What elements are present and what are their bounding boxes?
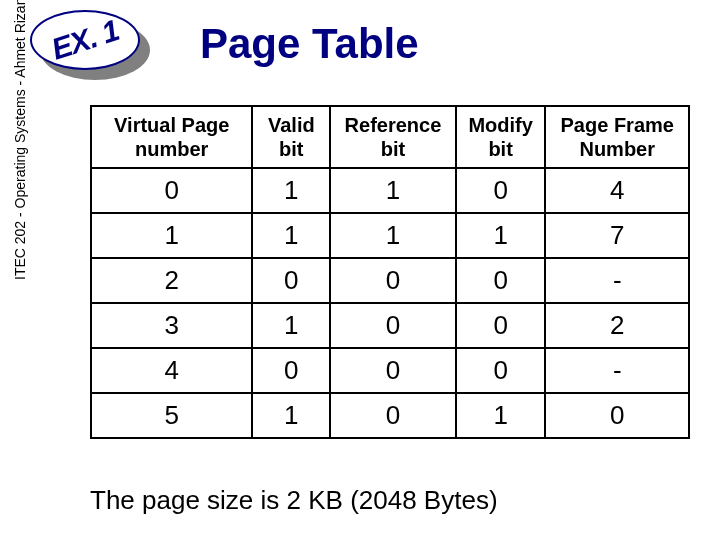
cell: 1: [252, 213, 330, 258]
cell: 4: [545, 168, 689, 213]
cell: 1: [252, 303, 330, 348]
cell: -: [545, 258, 689, 303]
cell: 1: [330, 168, 456, 213]
th-reference-bit: Reference bit: [330, 106, 456, 168]
cell: 2: [91, 258, 252, 303]
page-title: Page Table: [200, 20, 419, 68]
cell: 0: [252, 348, 330, 393]
table-row: 0 1 1 0 4: [91, 168, 689, 213]
cell: 4: [91, 348, 252, 393]
th-page-frame: Page Frame Number: [545, 106, 689, 168]
cell: 0: [330, 303, 456, 348]
cell: 0: [456, 348, 546, 393]
cell: 1: [330, 213, 456, 258]
cell: 7: [545, 213, 689, 258]
page-size-note: The page size is 2 KB (2048 Bytes): [90, 485, 498, 516]
th-modify-bit: Modify bit: [456, 106, 546, 168]
cell: 0: [330, 258, 456, 303]
cell: 0: [330, 393, 456, 438]
exercise-badge: EX. 1: [30, 10, 160, 90]
table-header-row: Virtual Page number Valid bit Reference …: [91, 106, 689, 168]
table-row: 2 0 0 0 -: [91, 258, 689, 303]
cell: 1: [252, 393, 330, 438]
th-virtual-page: Virtual Page number: [91, 106, 252, 168]
table-row: 3 1 0 0 2: [91, 303, 689, 348]
cell: 0: [456, 303, 546, 348]
cell: 0: [330, 348, 456, 393]
cell: 0: [456, 168, 546, 213]
page-table: Virtual Page number Valid bit Reference …: [90, 105, 690, 439]
cell: 0: [545, 393, 689, 438]
badge-oval: EX. 1: [30, 10, 140, 70]
table-row: 5 1 0 1 0: [91, 393, 689, 438]
cell: 1: [456, 393, 546, 438]
table-row: 4 0 0 0 -: [91, 348, 689, 393]
th-valid-bit: Valid bit: [252, 106, 330, 168]
cell: 1: [456, 213, 546, 258]
cell: 2: [545, 303, 689, 348]
cell: 5: [91, 393, 252, 438]
table-row: 1 1 1 1 7: [91, 213, 689, 258]
badge-text: EX. 1: [47, 13, 123, 66]
cell: 0: [91, 168, 252, 213]
page-table-wrap: Virtual Page number Valid bit Reference …: [90, 105, 690, 439]
cell: 1: [91, 213, 252, 258]
cell: -: [545, 348, 689, 393]
cell: 0: [252, 258, 330, 303]
cell: 0: [456, 258, 546, 303]
sidebar-label: ITEC 202 - Operating Systems - Ahmet Riz…: [12, 0, 28, 280]
cell: 3: [91, 303, 252, 348]
cell: 1: [252, 168, 330, 213]
course-credit-sidebar: ITEC 202 - Operating Systems - Ahmet Riz…: [12, 0, 28, 280]
